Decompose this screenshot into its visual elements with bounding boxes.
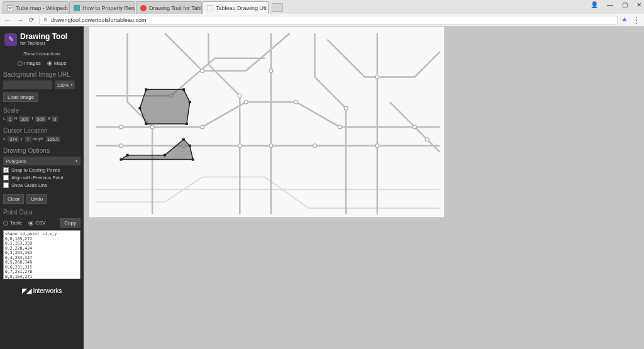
logo-title: Drawing Tool [20,33,67,40]
drawn-polygon[interactable] [121,140,193,160]
close-window-icon[interactable]: ✕ [636,1,641,8]
tab-title: Drawing Tool for Tablea [149,5,202,11]
snap-checkbox[interactable]: ✓Snap to Existing Points [3,167,80,173]
svg-rect-25 [138,107,141,109]
wikipedia-favicon: W [7,5,13,11]
svg-point-2 [201,125,204,129]
back-icon[interactable]: ← [4,16,11,25]
point-data-header: Point Data [3,209,80,216]
bookmark-star-icon[interactable]: ★ [621,16,628,24]
minimize-icon[interactable]: — [607,1,613,8]
svg-point-3 [244,100,248,104]
browser-menu-icon[interactable]: ⋮ [633,16,640,25]
new-tab-button[interactable] [272,3,283,12]
svg-rect-24 [145,123,147,125]
cursor-y: 7 [25,136,31,142]
reload-icon[interactable]: ⟳ [29,16,34,23]
copy-button[interactable]: Copy [60,218,80,228]
tab-title: Tube map - Wikipedia [16,5,69,11]
logo-badge-icon: ✎ [4,33,17,46]
svg-point-0 [119,125,123,129]
svg-rect-20 [145,88,147,91]
svg-point-13 [269,69,273,73]
images-mode-radio[interactable]: Images [18,60,41,66]
page-favicon [140,5,147,11]
browser-tab[interactable]: How to Properly Render × [69,1,135,14]
svg-point-10 [313,144,317,148]
sidebar-panel: ✎ Drawing Tool for Tableau Show Instruct… [0,26,84,349]
app-logo: ✎ Drawing Tool for Tableau [4,33,80,46]
scale-inputs: L0 R105 T569 B0 [3,116,80,122]
svg-point-19 [425,138,429,141]
svg-rect-27 [192,158,194,161]
tab-title: How to Properly Render [82,5,135,11]
user-icon[interactable]: 👤 [591,1,598,8]
zoom-select[interactable]: 100% [55,80,75,89]
drawn-polygon[interactable] [140,89,189,124]
interworks-icon: ◤◢ [22,287,31,295]
page-favicon [207,5,213,11]
svg-point-4 [294,100,298,104]
scale-bottom-input[interactable]: 0 [52,116,58,122]
undo-button[interactable]: Undo [26,194,47,204]
browser-tab-active[interactable]: Tableau Drawing Utility b × [203,1,269,14]
map-background[interactable] [89,26,445,218]
svg-rect-22 [189,101,191,103]
svg-point-18 [413,125,416,129]
logo-subtitle: for Tableau [20,40,67,46]
bg-url-input[interactable] [3,80,52,89]
url-input[interactable]: 🗎 drawingtool.powertoolsfortableau.com [39,16,618,25]
svg-rect-23 [186,123,188,125]
page-info-icon: 🗎 [43,17,48,23]
bg-url-header: Background Image URL [3,71,80,78]
csv-format-radio[interactable]: CSV [28,220,45,226]
cursor-readout: x:374 y:7 angle:105.5 [3,136,80,142]
svg-point-6 [119,144,123,148]
svg-rect-21 [182,88,185,91]
forward-icon: → [16,16,24,25]
cursor-x: 374 [8,136,19,142]
svg-point-9 [269,144,273,148]
svg-point-16 [201,69,204,73]
show-instructions-link[interactable]: Show Instructions [3,51,80,57]
canvas-area[interactable] [84,26,644,349]
svg-rect-30 [164,154,166,157]
interworks-logo: ◤◢ interworks [3,287,80,295]
cursor-header: Cursor Location [3,127,80,134]
svg-point-15 [375,75,379,79]
shape-type-select[interactable]: Polygons [3,157,80,165]
window-controls: 👤 — ▢ ✕ [591,1,641,8]
svg-rect-28 [189,145,191,147]
maximize-icon[interactable]: ▢ [622,1,628,8]
svg-point-14 [344,106,348,110]
mode-radio-group: Images Maps [3,60,80,66]
guide-checkbox[interactable]: Show Guide Line [3,182,80,188]
address-bar: ← → ⟳ 🗎 drawingtool.powertoolsfortableau… [0,14,644,26]
browser-tab[interactable]: Drawing Tool for Tablea × [136,1,202,14]
browser-tab[interactable]: W Tube map - Wikipedia × [3,1,69,14]
svg-point-5 [338,125,341,129]
svg-point-11 [375,144,379,148]
scale-header: Scale [3,107,80,114]
svg-rect-26 [120,158,123,161]
drawing-header: Drawing Options [3,147,80,154]
scale-top-input[interactable]: 569 [35,116,47,122]
point-data-textarea[interactable]: shape id,point id,x,y 0,0,165,272 0,1,16… [3,230,80,279]
page-favicon [74,5,80,11]
load-image-button[interactable]: Load Image [3,92,38,102]
svg-point-1 [150,125,154,129]
browser-tab-strip: W Tube map - Wikipedia × How to Properly… [0,0,644,14]
svg-rect-29 [182,138,185,141]
table-format-radio[interactable]: Table [3,220,22,226]
scale-right-input[interactable]: 105 [19,116,30,122]
url-text: drawingtool.powertoolsfortableau.com [51,17,147,23]
clear-button[interactable]: Clear [3,194,24,204]
cursor-angle: 105.5 [46,136,61,142]
tab-title: Tableau Drawing Utility b [216,5,269,11]
svg-rect-31 [126,154,128,157]
svg-point-12 [238,94,242,97]
svg-point-8 [238,144,242,148]
scale-left-input[interactable]: 0 [7,116,13,122]
maps-mode-radio[interactable]: Maps [47,60,67,66]
align-checkbox[interactable]: Align with Previous Point [3,175,80,180]
